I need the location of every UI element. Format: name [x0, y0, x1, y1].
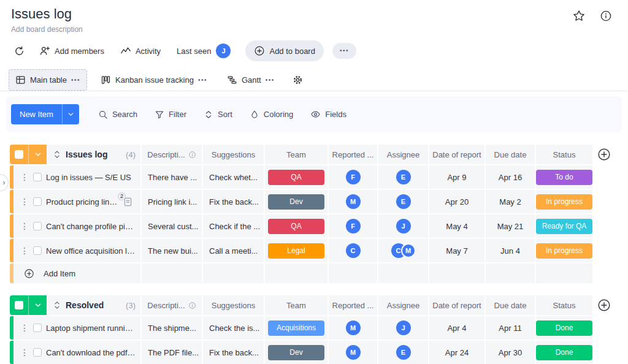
activity-button[interactable]: Activity: [114, 41, 167, 61]
new-item-split-button[interactable]: New Item: [11, 104, 79, 124]
row-menu-icon[interactable]: ⋮: [20, 246, 29, 256]
item-name[interactable]: Laptop shipment running late: [46, 324, 137, 333]
table-row[interactable]: ⋮ Log in issues — S/E US There have ... …: [10, 165, 628, 189]
table-row[interactable]: ⋮ Can't change profile picture Several c…: [10, 214, 628, 238]
tab-more-icon[interactable]: •••: [198, 77, 207, 83]
table-row[interactable]: ⋮ Laptop shipment running late The shipm…: [10, 316, 628, 339]
add-column-cell[interactable]: [594, 145, 614, 164]
item-name-cell[interactable]: ⋮ Log in issues — S/E US: [10, 165, 140, 189]
integrations-icon[interactable]: [9, 41, 29, 61]
status-cell[interactable]: Ready for QA: [536, 214, 592, 238]
due-date-cell[interactable]: Jun 4: [486, 239, 535, 262]
group-title-cell[interactable]: Resolved (3): [10, 295, 140, 315]
item-name-cell[interactable]: ⋮ New office acquisition legal iss...: [10, 239, 140, 262]
assignee-cell[interactable]: C M: [378, 239, 428, 262]
item-name[interactable]: Can't download the pdf file: [46, 348, 137, 357]
date-of-report-cell[interactable]: May 7: [429, 239, 484, 262]
row-menu-icon[interactable]: ⋮: [20, 221, 29, 231]
date-of-report-cell[interactable]: Apr 20: [429, 190, 484, 213]
row-checkbox[interactable]: [33, 324, 42, 332]
add-item-row[interactable]: Add Item: [10, 264, 628, 283]
tab-gantt[interactable]: Gantt •••: [221, 70, 281, 90]
suggestion-cell[interactable]: Check whet...: [203, 165, 264, 189]
item-name[interactable]: Product pricing link broken: [46, 197, 120, 207]
view-settings-gear-icon[interactable]: [292, 74, 304, 86]
group-select-segment[interactable]: [10, 295, 28, 315]
row-checkbox[interactable]: [33, 222, 42, 230]
add-column-cell[interactable]: [594, 295, 614, 315]
row-checkbox[interactable]: [33, 173, 42, 181]
expand-collapse-icon[interactable]: [53, 150, 61, 159]
column-header-assignee[interactable]: Assignee: [378, 145, 428, 164]
table-row[interactable]: ⋮ New office acquisition legal iss... Th…: [10, 239, 628, 262]
new-item-button[interactable]: New Item: [11, 104, 62, 124]
assignee-cell[interactable]: J: [378, 316, 428, 339]
row-menu-icon[interactable]: ⋮: [20, 323, 29, 333]
fields-button[interactable]: Fields: [304, 105, 353, 124]
search-button[interactable]: Search: [91, 105, 144, 124]
group-title-cell[interactable]: Issues log (4): [10, 145, 140, 164]
item-name-cell[interactable]: ⋮ Can't download the pdf file: [10, 341, 140, 364]
last-seen-avatar[interactable]: J: [216, 44, 231, 58]
reported-by-cell[interactable]: C: [329, 239, 377, 262]
team-cell[interactable]: QA: [265, 214, 327, 238]
team-cell[interactable]: Legal: [265, 239, 327, 262]
group-checkbox[interactable]: [15, 150, 23, 159]
description-cell[interactable]: The new bui...: [142, 239, 202, 262]
team-cell[interactable]: Dev: [265, 190, 327, 213]
team-cell[interactable]: Acquisitions: [265, 316, 327, 339]
item-name[interactable]: Log in issues — S/E US: [46, 173, 131, 182]
add-item-cell[interactable]: Add Item: [10, 264, 140, 283]
item-name-cell[interactable]: ⋮ Can't change profile picture: [10, 214, 140, 238]
tab-more-icon[interactable]: •••: [266, 77, 275, 83]
column-header-description[interactable]: Descripti...: [142, 145, 202, 164]
item-updates-badge[interactable]: 2: [124, 197, 132, 207]
description-cell[interactable]: The PDF file...: [142, 341, 202, 364]
column-header-date-of-report[interactable]: Date of report: [429, 145, 484, 164]
suggestion-cell[interactable]: Check the is...: [203, 316, 264, 339]
description-cell[interactable]: There have ...: [142, 165, 202, 189]
group-collapse-segment[interactable]: [28, 295, 47, 315]
item-name[interactable]: Can't change profile picture: [46, 222, 137, 231]
board-more-options-button[interactable]: •••: [332, 43, 356, 59]
reported-by-cell[interactable]: M: [329, 341, 377, 364]
column-header-team[interactable]: Team: [265, 295, 327, 315]
item-name-cell[interactable]: ⋮ Product pricing link broken 2: [10, 190, 140, 213]
reported-by-cell[interactable]: M: [329, 190, 377, 213]
column-header-suggestions[interactable]: Suggestions: [203, 145, 264, 164]
date-of-report-cell[interactable]: Apr 24: [429, 341, 484, 364]
favorite-star-icon[interactable]: [573, 10, 585, 22]
column-header-due-date[interactable]: Due date: [486, 145, 535, 164]
suggestion-cell[interactable]: Check if the ...: [203, 214, 264, 238]
row-menu-icon[interactable]: ⋮: [20, 347, 29, 357]
status-cell[interactable]: Done: [536, 341, 592, 364]
row-checkbox[interactable]: [33, 197, 42, 206]
suggestion-cell[interactable]: Call a meeti...: [203, 239, 264, 262]
team-cell[interactable]: Dev: [265, 341, 327, 364]
suggestion-cell[interactable]: Fix the back...: [203, 190, 264, 213]
group-title[interactable]: Issues log: [66, 150, 107, 159]
column-header-reported[interactable]: Reported ...: [329, 295, 377, 315]
column-header-assignee[interactable]: Assignee: [378, 295, 428, 315]
sort-button[interactable]: Sort: [197, 105, 239, 124]
group-select-segment[interactable]: [10, 145, 28, 164]
assignee-cell[interactable]: E: [378, 341, 428, 364]
item-name-cell[interactable]: ⋮ Laptop shipment running late: [10, 316, 140, 339]
tab-more-icon[interactable]: •••: [71, 77, 80, 83]
add-to-board-button[interactable]: Add to board: [245, 40, 323, 61]
column-header-suggestions[interactable]: Suggestions: [203, 295, 264, 315]
item-name[interactable]: New office acquisition legal iss...: [46, 246, 137, 256]
group-checkbox[interactable]: [15, 301, 23, 309]
due-date-cell[interactable]: Apr 11: [486, 316, 535, 339]
reported-by-cell[interactable]: F: [329, 214, 377, 238]
filter-button[interactable]: Filter: [148, 105, 193, 124]
column-header-team[interactable]: Team: [265, 145, 327, 164]
row-checkbox[interactable]: [33, 348, 42, 357]
column-header-reported[interactable]: Reported ...: [329, 145, 377, 164]
assignee-cell[interactable]: E: [378, 190, 428, 213]
table-row[interactable]: ⋮ Product pricing link broken 2 Pricing …: [10, 190, 628, 213]
status-cell[interactable]: To do: [536, 165, 592, 189]
coloring-button[interactable]: Coloring: [243, 105, 300, 124]
date-of-report-cell[interactable]: Apr 4: [429, 316, 484, 339]
assignee-cell[interactable]: J: [378, 214, 428, 238]
